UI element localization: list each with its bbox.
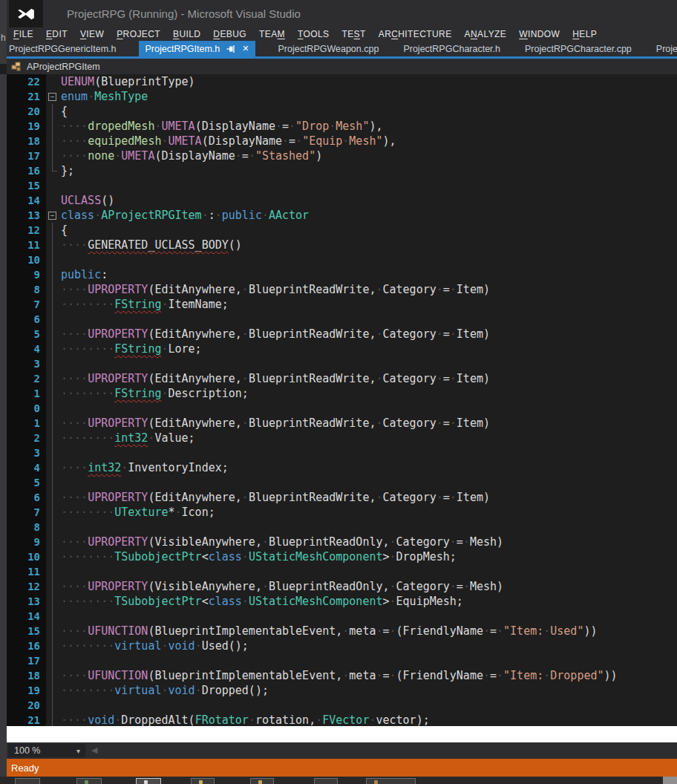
code-line: 4····int32·InventoryIndex;	[7, 460, 677, 475]
code-text: ····int32·InventoryIndex;	[61, 460, 677, 475]
line-number: 12	[7, 579, 45, 594]
code-line: 18····equipedMesh·UMETA(DisplayName·=·"E…	[7, 134, 677, 148]
code-line: 16········virtual·void·Used();	[7, 638, 677, 653]
taskbar-button-1[interactable]	[15, 778, 40, 784]
taskbar-button-7[interactable]	[366, 778, 416, 784]
line-number: 14	[7, 193, 45, 208]
menu-team[interactable]: TEAM	[259, 29, 285, 39]
pin-icon[interactable]	[226, 45, 235, 53]
code-line: 6	[7, 312, 677, 327]
code-line: 12····UPROPERTY(VisibleAnywhere,·Bluepri…	[7, 579, 677, 594]
tab-projectrpgcharacter.h[interactable]: ProjectRPGCharacter.h	[401, 41, 503, 56]
code-line: 10	[7, 252, 677, 267]
taskbar-button-6[interactable]	[314, 778, 338, 784]
fold-collapse-icon[interactable]	[45, 89, 61, 104]
tab-projectrpggenericitem.h[interactable]: ProjectRPGGenericItem.h	[7, 41, 119, 56]
menu-window[interactable]: WINDOW	[519, 29, 560, 39]
code-text	[61, 653, 677, 668]
vs-logo-box	[9, 0, 43, 27]
menu-tools[interactable]: TOOLS	[298, 29, 329, 39]
title-bar: ProjectRPG (Running) - Microsoft Visual …	[7, 0, 677, 27]
menu-build[interactable]: BUILD	[173, 29, 200, 39]
zoom-level-dropdown[interactable]: 100 % ▾	[8, 744, 85, 757]
fold-margin	[45, 252, 61, 267]
menu-help[interactable]: HELP	[572, 29, 597, 39]
close-icon[interactable]: ✕	[242, 44, 249, 53]
line-number: 4	[7, 460, 45, 475]
menu-test[interactable]: TEST	[341, 29, 365, 39]
code-text: ····UFUNCTION(BlueprintImplementableEven…	[61, 624, 677, 638]
chevron-down-icon: ▾	[76, 747, 80, 755]
tab-projectrpgweapon.cpp[interactable]: ProjectRPGWeapon.cpp	[275, 41, 381, 56]
tab-projectrpg[interactable]: ProjectRPG	[654, 41, 677, 56]
menu-file[interactable]: FILE	[13, 29, 33, 39]
tab-projectrpgcharacter.cpp[interactable]: ProjectRPGCharacter.cpp	[523, 41, 634, 56]
taskbar-button-5[interactable]	[250, 778, 274, 784]
taskbar-button-icon	[144, 780, 148, 784]
menu-architecture[interactable]: ARCHITECTURE	[379, 29, 452, 39]
taskbar-button-icon	[258, 780, 262, 784]
horizontal-scrollbar[interactable]	[102, 744, 677, 757]
line-number: 2	[7, 371, 45, 386]
class-icon	[11, 62, 22, 71]
line-number: 15	[7, 624, 45, 638]
menu-analyze[interactable]: ANALYZE	[465, 29, 507, 39]
code-editor[interactable]: 22UENUM(BlueprintType)21enum·MeshType20{…	[7, 74, 677, 726]
taskbar-button-4[interactable]	[191, 778, 215, 784]
code-line: 2····UPROPERTY(EditAnywhere,·BlueprintRe…	[7, 371, 677, 386]
code-text	[61, 178, 677, 193]
code-text: ········FString·Description;	[61, 386, 677, 401]
breadcrumb-bar[interactable]: AProjectRPGItem	[7, 59, 677, 74]
tab-projectrpgitem.h[interactable]: ProjectRPGItem.h✕	[139, 41, 256, 56]
fold-margin	[45, 104, 61, 119]
fold-margin	[45, 297, 61, 312]
code-line: 6····UPROPERTY(EditAnywhere,·BlueprintRe…	[7, 490, 677, 505]
fold-margin	[45, 520, 61, 535]
fold-margin	[45, 223, 61, 238]
code-text: ····UPROPERTY(EditAnywhere,·BlueprintRea…	[61, 416, 677, 431]
line-number: 6	[7, 490, 45, 505]
menu-view[interactable]: VIEW	[80, 29, 104, 39]
code-line: 17····none·UMETA(DisplayName·=·"Stashed"…	[7, 148, 677, 163]
line-number: 17	[7, 653, 45, 668]
line-number: 20	[7, 698, 45, 713]
code-text: ····UPROPERTY(EditAnywhere,·BlueprintRea…	[61, 371, 677, 386]
line-number: 16	[7, 638, 45, 653]
code-text	[61, 609, 677, 624]
fold-margin	[45, 193, 61, 208]
code-text: ····UPROPERTY(VisibleAnywhere,·Blueprint…	[61, 579, 677, 594]
code-text: ····GENERATED_UCLASS_BODY()	[61, 238, 677, 252]
taskbar-button-2[interactable]	[76, 778, 102, 784]
fold-margin	[45, 342, 61, 356]
code-line: 1····UPROPERTY(EditAnywhere,·BlueprintRe…	[7, 416, 677, 431]
code-text: ····none·UMETA(DisplayName·=·"Stashed")	[61, 148, 677, 163]
code-line: 20{	[7, 104, 677, 119]
background-window-fragment: h	[1, 33, 7, 43]
code-line: 20	[7, 698, 677, 713]
line-number: 7	[7, 505, 45, 520]
code-line: 0	[7, 401, 677, 416]
code-line: 17	[7, 653, 677, 668]
fold-margin	[45, 386, 61, 401]
fold-collapse-icon[interactable]	[45, 208, 61, 223]
breadcrumb[interactable]: AProjectRPGItem	[27, 62, 100, 72]
code-line: 2········int32·Value;	[7, 431, 677, 445]
vs-window: h ProjectRPG (Running) - Microsoft Visua…	[0, 0, 677, 784]
line-number: 8	[7, 520, 45, 535]
hscroll-left-arrow-icon[interactable]: ◀	[91, 745, 97, 755]
code-text: ····void·DroppedAlt(FRotator·rotation,·F…	[61, 713, 677, 726]
code-line: 19····dropedMesh·UMETA(DisplayName·=·"Dr…	[7, 119, 677, 134]
code-line: 7········FString·ItemName;	[7, 297, 677, 312]
menu-edit[interactable]: EDIT	[46, 29, 68, 39]
code-line: 13class·AProjectRPGItem·:·public·AActor	[7, 208, 677, 223]
code-text: ········UTexture*·Icon;	[61, 505, 677, 520]
code-text: {	[61, 223, 677, 238]
menu-debug[interactable]: DEBUG	[213, 29, 246, 39]
code-text: ········FString·Lore;	[61, 342, 677, 356]
line-number: 21	[7, 89, 45, 104]
code-text	[61, 356, 677, 371]
menu-project[interactable]: PROJECT	[117, 29, 160, 39]
line-number: 11	[7, 238, 45, 252]
fold-margin	[45, 371, 61, 386]
taskbar-button-3[interactable]	[136, 778, 161, 784]
